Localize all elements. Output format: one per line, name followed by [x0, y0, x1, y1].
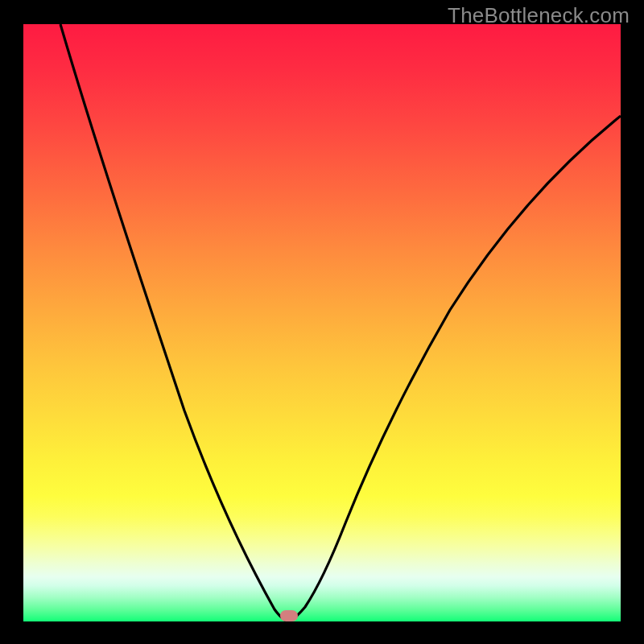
min-point-marker	[280, 610, 298, 621]
bottleneck-curve	[23, 24, 621, 621]
chart-frame: TheBottleneck.com	[0, 0, 644, 644]
plot-area	[23, 24, 621, 621]
